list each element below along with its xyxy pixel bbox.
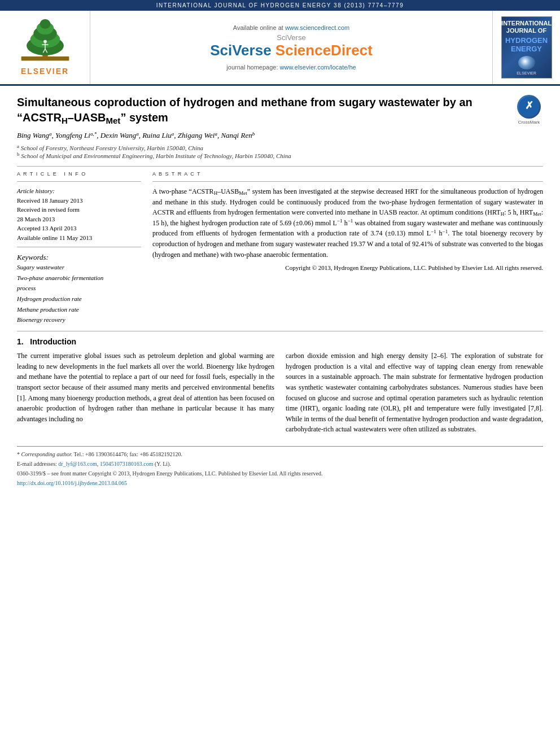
article-history: Article history: Received 18 January 201… [17,186,141,242]
intro-text-right: carbon dioxide emission and high energy … [286,351,543,435]
abstract-col: A B S T R A C T A two-phase “ACSTRH–UASB… [152,171,543,325]
article-title: Simultaneous coproduction of hydrogen an… [17,95,506,125]
section-heading-intro: 1. Introduction [17,337,543,346]
history-label: Article history: [17,186,141,196]
journal-homepage-text: journal homepage: www.elsevier.com/locat… [226,64,356,71]
authors: Bing Wanga, Yongfeng Lia,*, Dexin Wanga,… [17,131,543,140]
divider-1 [17,166,543,167]
section-number: 1. [17,337,24,346]
sciverse-label: SciVerse [277,33,305,42]
elsevier-wordmark: ELSEVIER [21,67,69,76]
section-title: Introduction [30,337,76,346]
svg-point-7 [43,40,47,43]
received-revised-label: Received in revised form [17,205,141,215]
title-section: Simultaneous coproduction of hydrogen an… [17,95,543,125]
elsevier-logo-section: ELSEVIER [0,11,90,84]
journal-cover-image: INTERNATIONAL JOURNAL OF HYDROGENENERGY … [501,16,552,78]
keyword-1: Sugary wastewater [17,262,141,273]
article-info-label: A R T I C L E I N F O [17,171,141,177]
affiliation-a: a School of Forestry, Northeast Forestry… [17,145,543,151]
while-text: While [286,415,302,423]
abstract-text: A two-phase “ACSTRH–UASBMet” system has … [152,186,543,273]
intro-text-left: The current imperative global issues suc… [17,351,274,424]
available-date: Available online 11 May 2013 [17,233,141,243]
sciverse-logo: SciVerse SciVerse ScienceDirect [210,33,373,59]
intro-col-right: carbon dioxide emission and high energy … [286,351,543,435]
svg-text:✗: ✗ [525,100,533,111]
keyword-5: Methane production rate [17,304,141,315]
crossmark-label: CrossMark [518,120,540,125]
doi: http://dx.doi.org/10.1016/j.ijhydene.201… [17,479,543,487]
journal-header: ELSEVIER Available online at www.science… [0,11,560,86]
intro-col-left: The current imperative global issues suc… [17,351,274,435]
keywords-list: Sugary wastewater Two-phase anaerobic fe… [17,262,141,325]
divider-abstract [152,181,543,182]
article-info-col: A R T I C L E I N F O Article history: R… [17,171,141,325]
affiliation-b: b School of Municipal and Environmental … [17,152,543,159]
received-date-2: 28 March 2013 [17,215,141,224]
keyword-3: process [17,283,141,294]
divider-body [17,331,543,331]
divider-keywords [17,247,141,247]
info-abstract-section: A R T I C L E I N F O Article history: R… [17,171,543,325]
sciencedirect-logo-text: SciVerse ScienceDirect [210,42,373,59]
svg-point-6 [40,19,50,29]
crossmark-section[interactable]: ✗ CrossMark [515,95,543,125]
abstract-paragraph: A two-phase “ACSTRH–UASBMet” system has … [152,186,543,260]
available-online-text: Available online at www.sciencedirect.co… [233,24,349,31]
divider-info [17,181,141,182]
elsevier-logo: ELSEVIER [17,19,73,76]
copyright-text: Copyright © 2013, Hydrogen Energy Public… [152,263,543,273]
footer-section: * Corresponding author. Tel.: +86 139036… [17,446,543,487]
corresponding-author: * Corresponding author. Tel.: +86 139036… [17,450,543,458]
elsevier-tree-icon [17,19,73,64]
sciencedirect-section: Available online at www.sciencedirect.co… [90,11,492,84]
intro-two-col: The current imperative global issues suc… [17,351,543,435]
abstract-label: A B S T R A C T [152,171,543,177]
keywords-label: Keywords: [17,253,141,262]
keyword-2: Two-phase anaerobic fermentation [17,273,141,283]
crossmark-logo[interactable]: ✗ [517,95,541,119]
body-section: 1. Introduction The current imperative g… [17,337,543,435]
email-addresses: E-mail addresses: dr_lyf@163.com, 150451… [17,460,543,468]
issn-copyright: 0360-3199/$ – see front matter Copyright… [17,469,543,478]
article-content: Simultaneous coproduction of hydrogen an… [0,86,560,440]
keyword-6: Bioenergy recovery [17,314,141,325]
journal-cover-section: INTERNATIONAL JOURNAL OF HYDROGENENERGY … [492,11,560,84]
journal-header-bar: International Journal of Hydrogen Energy… [0,0,560,11]
keywords-section: Keywords: Sugary wastewater Two-phase an… [17,253,141,325]
received-date-1: Received 18 January 2013 [17,196,141,206]
accepted-date: Accepted 13 April 2013 [17,224,141,233]
keyword-4: Hydrogen production rate [17,294,141,304]
affiliations: a School of Forestry, Northeast Forestry… [17,145,543,159]
